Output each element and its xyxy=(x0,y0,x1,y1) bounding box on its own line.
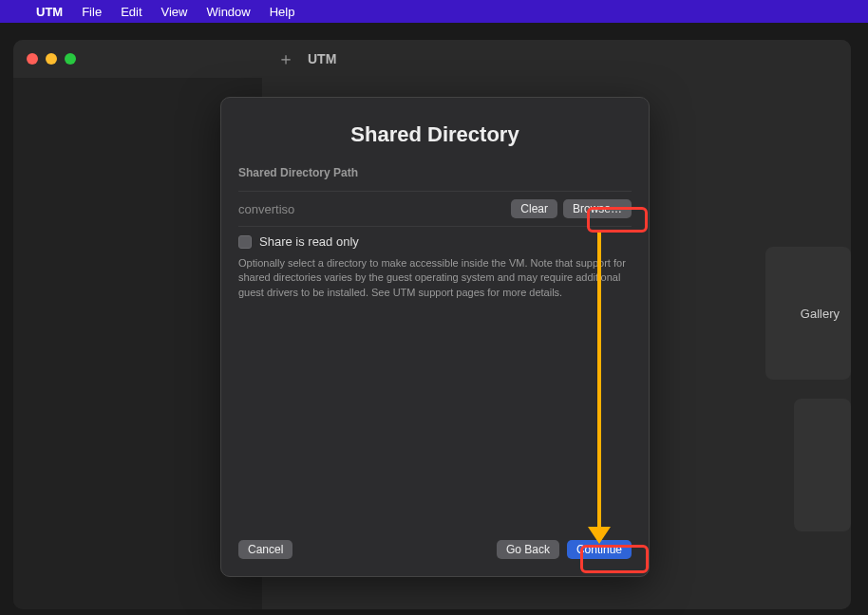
menu-file[interactable]: File xyxy=(82,5,102,19)
sheet-title: Shared Directory xyxy=(221,98,649,166)
menu-app[interactable]: UTM xyxy=(36,5,63,19)
menu-help[interactable]: Help xyxy=(270,5,295,19)
minimize-button[interactable] xyxy=(46,53,57,65)
path-buttons: Clear Browse… xyxy=(511,199,632,218)
traffic-lights xyxy=(27,53,76,65)
section-label: Shared Directory Path xyxy=(238,166,632,179)
menu-view[interactable]: View xyxy=(161,5,188,19)
gallery-card[interactable]: Gallery xyxy=(765,247,851,380)
page-title: UTM xyxy=(308,51,336,66)
path-value: convertiso xyxy=(238,202,294,216)
readonly-row: Share is read only xyxy=(238,226,632,252)
cancel-button[interactable]: Cancel xyxy=(238,540,292,559)
clear-button[interactable]: Clear xyxy=(511,199,557,218)
menubar: UTM File Edit View Window Help xyxy=(0,0,868,23)
menu-window[interactable]: Window xyxy=(206,5,250,19)
shared-directory-sheet: Shared Directory Shared Directory Path c… xyxy=(220,97,650,577)
path-row: convertiso Clear Browse… xyxy=(238,191,632,226)
browse-button[interactable]: Browse… xyxy=(563,199,632,218)
content-toolbar: ＋ UTM xyxy=(262,40,851,78)
close-button[interactable] xyxy=(27,53,38,65)
secondary-card[interactable] xyxy=(794,399,851,531)
footer-right: Go Back Continue xyxy=(497,540,632,559)
add-icon[interactable]: ＋ xyxy=(277,47,294,70)
gallery-label: Gallery xyxy=(801,307,840,321)
maximize-button[interactable] xyxy=(65,53,76,65)
readonly-checkbox[interactable] xyxy=(238,235,252,249)
menu-edit[interactable]: Edit xyxy=(121,5,142,19)
sheet-footer: Cancel Go Back Continue xyxy=(221,527,649,576)
continue-button[interactable]: Continue xyxy=(567,540,632,559)
sheet-body: Shared Directory Path convertiso Clear B… xyxy=(221,166,649,527)
goback-button[interactable]: Go Back xyxy=(497,540,559,559)
readonly-label: Share is read only xyxy=(259,234,359,249)
description-text: Optionally select a directory to make ac… xyxy=(238,252,632,309)
